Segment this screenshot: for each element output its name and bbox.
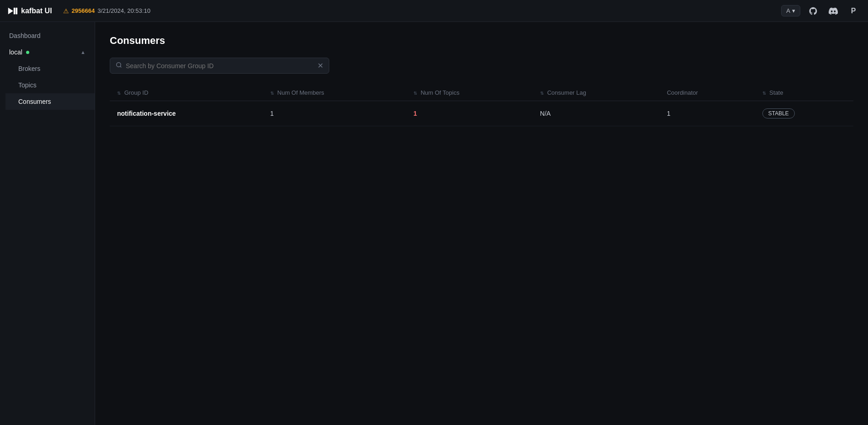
topbar-alert: ⚠ 2956664 3/21/2024, 20:53:10 xyxy=(63,7,150,15)
sort-icon: ⇅ xyxy=(540,91,544,96)
alert-id: 2956664 xyxy=(72,7,95,14)
svg-line-4 xyxy=(120,66,122,68)
sidebar-item-label: Topics xyxy=(18,81,37,89)
cell-consumer-lag: N/A xyxy=(533,101,659,126)
col-num-members[interactable]: ⇅ Num Of Members xyxy=(263,85,406,101)
col-num-topics[interactable]: ⇅ Num Of Topics xyxy=(406,85,533,101)
main-content: Consumers ✕ ⇅ Group ID ⇅ Num Of Members xyxy=(95,22,868,425)
cluster-name: local xyxy=(9,48,22,56)
table-row[interactable]: notification-service 1 1 N/A 1 STABLE xyxy=(110,101,853,126)
svg-marker-0 xyxy=(8,7,13,14)
sidebar-item-brokers[interactable]: Brokers xyxy=(5,60,95,77)
topbar: kafbat UI ⚠ 2956664 3/21/2024, 20:53:10 … xyxy=(0,0,868,22)
col-consumer-lag[interactable]: ⇅ Consumer Lag xyxy=(533,85,659,101)
sidebar: Dashboard local ▲ Brokers Topics Consume… xyxy=(0,22,95,425)
discord-button[interactable] xyxy=(826,4,841,18)
table-header: ⇅ Group ID ⇅ Num Of Members ⇅ Num Of Top… xyxy=(110,85,853,101)
clear-search-button[interactable]: ✕ xyxy=(317,62,323,70)
sidebar-sub-items: Brokers Topics Consumers xyxy=(0,60,95,110)
state-badge: STABLE xyxy=(762,108,795,118)
sidebar-item-label: Consumers xyxy=(18,98,51,105)
cell-group-id: notification-service xyxy=(110,101,263,126)
search-icon xyxy=(116,62,122,70)
cell-coordinator: 1 xyxy=(659,101,755,126)
app-name: kafbat UI xyxy=(21,7,52,15)
col-state[interactable]: ⇅ State xyxy=(755,85,853,101)
sidebar-item-dashboard[interactable]: Dashboard xyxy=(0,27,95,44)
sort-icon: ⇅ xyxy=(413,91,417,96)
page-title: Consumers xyxy=(110,35,853,47)
layout: Dashboard local ▲ Brokers Topics Consume… xyxy=(0,22,868,425)
sidebar-item-label: Brokers xyxy=(18,65,40,72)
cell-state: STABLE xyxy=(755,101,853,126)
col-group-id[interactable]: ⇅ Group ID xyxy=(110,85,263,101)
sidebar-item-consumers[interactable]: Consumers xyxy=(5,93,95,110)
sort-icon: ⇅ xyxy=(270,91,274,96)
table-body: notification-service 1 1 N/A 1 STABLE xyxy=(110,101,853,126)
svg-rect-2 xyxy=(16,7,17,14)
sidebar-item-topics[interactable]: Topics xyxy=(5,77,95,93)
search-bar: ✕ xyxy=(110,58,329,74)
sidebar-item-label: Dashboard xyxy=(9,32,41,39)
col-coordinator: Coordinator xyxy=(659,85,755,101)
svg-point-3 xyxy=(117,63,121,67)
user-icon: A xyxy=(786,7,790,14)
sort-icon: ⇅ xyxy=(762,91,766,96)
sort-icon: ⇅ xyxy=(117,91,121,96)
alert-timestamp: 3/21/2024, 20:53:10 xyxy=(97,7,150,14)
warning-icon: ⚠ xyxy=(63,7,69,15)
user-menu-button[interactable]: A ▾ xyxy=(781,5,800,16)
app-logo[interactable]: kafbat UI xyxy=(7,6,52,16)
cluster-status-dot xyxy=(26,51,29,54)
topbar-right: A ▾ P xyxy=(781,4,861,18)
svg-rect-1 xyxy=(14,7,16,14)
cell-num-members: 1 xyxy=(263,101,406,126)
search-input[interactable] xyxy=(126,62,314,70)
cell-num-topics: 1 xyxy=(406,101,533,126)
github-button[interactable] xyxy=(806,4,820,18)
consumers-table: ⇅ Group ID ⇅ Num Of Members ⇅ Num Of Top… xyxy=(110,85,853,126)
p-button[interactable]: P xyxy=(846,4,861,18)
user-dropdown-icon: ▾ xyxy=(792,7,795,14)
sidebar-cluster-group[interactable]: local ▲ xyxy=(0,44,95,60)
chevron-up-icon: ▲ xyxy=(80,49,86,55)
